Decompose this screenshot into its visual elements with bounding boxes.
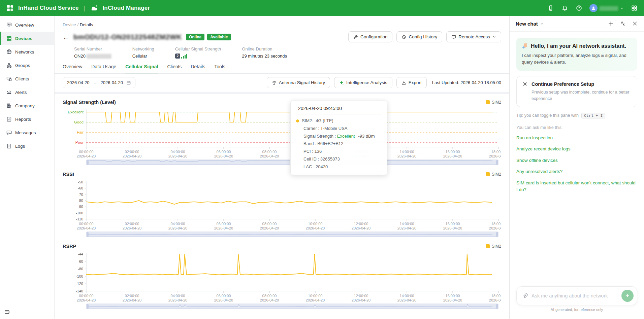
svg-text:2026-04-20: 2026-04-20 [352,298,371,302]
date-from[interactable]: 2026-04-20 [67,80,90,85]
sidebar-collapse-icon[interactable] [4,309,11,316]
tab-clients[interactable]: Clients [167,64,182,73]
brush-handle-right[interactable] [496,304,498,309]
apps-grid-icon[interactable] [631,4,638,12]
svg-text:2026-04-20: 2026-04-20 [489,298,501,302]
button-label: Export [409,80,422,85]
sidebar-item-company[interactable]: Company [0,99,54,112]
user-name: ▒▒▒▒▒▒ [600,6,618,11]
suggestion-link-1[interactable]: Run an inspection [516,135,637,141]
suggestion-link-2[interactable]: Analyze recent device logs [516,146,637,152]
sidebar-item-groups[interactable]: Groups [0,59,54,72]
date-range-picker[interactable]: 2026-04-20 → 2026-04-20 [63,77,135,88]
svg-text:06:00:00: 06:00:00 [217,222,231,226]
svg-text:2026-04-20: 2026-04-20 [123,298,141,302]
chat-input[interactable] [532,293,618,298]
brush-handle-left[interactable] [87,160,89,165]
svg-text:12:00:00: 12:00:00 [354,222,368,226]
brush-selection[interactable] [87,304,498,309]
svg-text:-110: -110 [76,217,83,221]
tooltip-row-lac: LAC : 20420 [296,163,382,171]
brush-handle-left[interactable] [87,232,89,237]
legend-sim2[interactable]: SIM2 [486,172,501,177]
tab-details[interactable]: Details [191,64,205,73]
svg-text:2026-04-20: 2026-04-20 [260,298,279,302]
user-menu[interactable]: ▒▒▒▒▒▒ [589,4,624,12]
datazoom-brush-rsrp[interactable] [86,304,498,309]
tab-tools[interactable]: Tools [214,64,225,73]
paperclip-icon[interactable] [522,293,528,299]
configuration-button[interactable]: Configuration [348,31,392,42]
sidebar-item-reports[interactable]: Reports [0,112,54,126]
brand-title: InHand Cloud Service [18,5,79,11]
back-arrow-icon[interactable]: ← [63,34,69,40]
help-icon[interactable] [575,4,583,12]
svg-text:04:00:00: 04:00:00 [171,222,185,226]
collapse-pane-icon[interactable] [620,21,626,27]
tab-overview[interactable]: Overview [63,64,82,73]
remote-access-button[interactable]: Remote Access [446,31,501,42]
svg-text:-70: -70 [78,192,83,197]
antenna-signal-history-button[interactable]: Antenna Signal History [267,77,330,88]
svg-text:2026-04-20: 2026-04-20 [397,298,416,302]
svg-text:18:00:00: 18:00:00 [491,150,501,154]
brush-selection[interactable] [87,232,498,237]
suggestion-link-5[interactable]: SIM card is inserted but cellular won't … [516,180,637,193]
sidebar-item-networks[interactable]: Networks [0,45,54,59]
antenna-icon [272,80,277,85]
product-title: InCloud Manager [102,5,150,11]
close-pane-icon[interactable] [632,21,638,27]
sidebar-item-clients[interactable]: Clients [0,72,54,85]
tooltip-timestamp: 2026-04-20 09:45:00 [296,105,382,114]
chart-plot-signal-strength-level: ExcellentGoodFairPoor00:00:002026-04-200… [63,107,501,158]
sidebar-item-devices[interactable]: Devices [0,32,54,45]
send-button[interactable] [621,290,634,302]
info-field-online-duration: Online Duration29 minutes 23 seconds [242,46,287,59]
calendar-icon [126,80,131,85]
svg-text:12:00:00: 12:00:00 [354,294,368,298]
tab-data-usage[interactable]: Data Usage [91,64,116,73]
breadcrumb-device[interactable]: Device [63,22,76,27]
brush-handle-right[interactable] [496,160,498,165]
greeting-card: Hello, I am your AI network assistant. I… [516,38,637,71]
brush-handle-left[interactable] [87,304,89,309]
chat-title-menu[interactable]: New chat [516,21,544,27]
intelligence-analysis-button[interactable]: Intelligence Analysis [334,77,392,88]
mobile-app-icon[interactable] [547,4,554,12]
sidebar-item-logs[interactable]: Logs [0,139,54,153]
info-label: Serial Number [74,46,111,51]
sidebar-item-messages[interactable]: Messages [0,126,54,139]
chat-input-box[interactable] [516,286,637,305]
sidebar-item-label: Company [15,103,35,108]
svg-text:Excellent: Excellent [68,110,84,114]
messages-icon [6,130,12,135]
svg-text:08:00:00: 08:00:00 [262,222,277,226]
config-history-button[interactable]: Config History [396,31,442,42]
chart-plot-rssi: -50-60-70-80-90-100-11000:00:002026-04-2… [63,179,501,231]
info-value-text: ON20 [74,54,86,59]
svg-text:10:00:00: 10:00:00 [308,294,323,298]
tab-cellular-signal[interactable]: Cellular Signal [125,64,158,73]
svg-text:00:00:00: 00:00:00 [79,150,94,154]
brush-handle-right[interactable] [496,232,498,237]
sidebar-item-overview[interactable]: Overview [0,18,54,32]
datazoom-brush-rssi[interactable] [86,232,498,237]
svg-text:2026-04-20: 2026-04-20 [489,226,501,230]
legend-sim2[interactable]: SIM2 [486,244,501,249]
notifications-bell-icon[interactable] [561,4,569,12]
suggestion-link-4[interactable]: Any unresolved alerts? [516,168,637,175]
date-to[interactable]: 2026-04-20 [101,80,123,85]
svg-text:-100: -100 [76,274,83,278]
svg-text:Fair: Fair [77,130,84,134]
export-button[interactable]: Export [396,77,427,88]
button-label: Intelligence Analysis [346,80,387,85]
svg-text:2026-04-20: 2026-04-20 [123,154,141,158]
preference-setup-card[interactable]: Continue Preference Setup Previous setup… [516,76,637,107]
svg-text:-80: -80 [78,267,83,271]
svg-text:2026-04-20: 2026-04-20 [352,226,371,230]
chart-rsrp: RSRPSIM2-44-60-80-100-120-14000:00:00202… [63,243,501,309]
sidebar-item-alerts[interactable]: Alerts [0,85,54,99]
suggestion-link-3[interactable]: Show offline devices [516,157,637,164]
legend-sim2[interactable]: SIM2 [486,100,501,105]
new-chat-plus-icon[interactable] [608,21,614,27]
